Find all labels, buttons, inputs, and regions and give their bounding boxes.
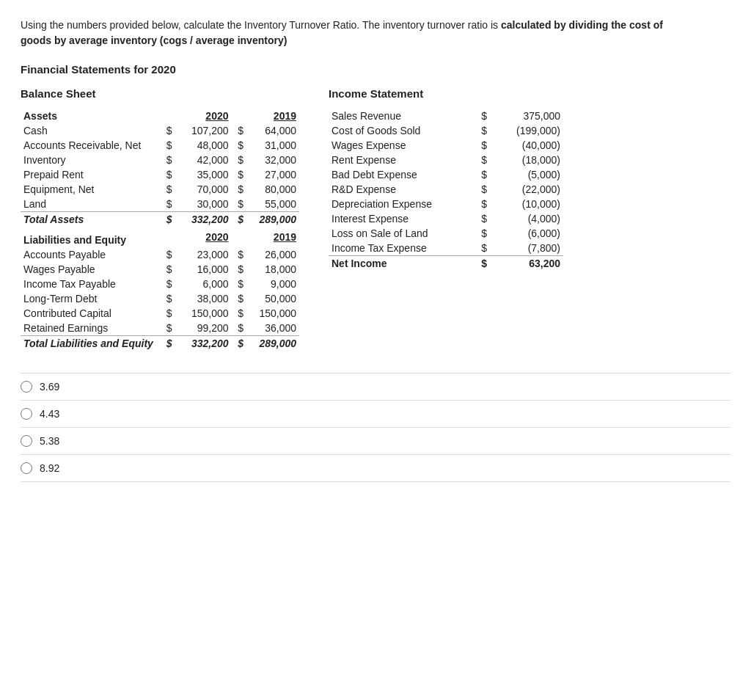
dollar-sign: $ — [160, 138, 175, 153]
total-liabilities-2020: 332,200 — [175, 336, 231, 351]
option-row: 8.92 — [21, 455, 730, 482]
radio-option-5.38[interactable] — [21, 435, 32, 447]
is-dollar: $ — [475, 182, 490, 197]
year-2020-header: 2020 — [175, 109, 231, 123]
is-dollar: $ — [475, 241, 490, 256]
total-liabilities-label: Total Liabilities and Equity — [21, 336, 160, 351]
liability-label: Contributed Capital — [21, 306, 160, 321]
asset-val-2020: 42,000 — [175, 153, 231, 167]
income-statement-title: Income Statement — [329, 87, 563, 100]
table-row: Wages Payable $ 16,000 $ 18,000 — [21, 262, 299, 277]
is-val: (10,000) — [490, 197, 563, 211]
dollar-sign: $ — [160, 182, 175, 197]
table-row: Income Tax Payable $ 6,000 $ 9,000 — [21, 277, 299, 291]
net-income-row: Net Income $ 63,200 — [329, 256, 563, 271]
liabilities-year-2020: 2020 — [175, 227, 231, 247]
option-row: 4.43 — [21, 401, 730, 428]
liability-val-2020: 23,000 — [175, 247, 231, 262]
table-row: Equipment, Net $ 70,000 $ 80,000 — [21, 182, 299, 197]
asset-label: Accounts Receivable, Net — [21, 138, 160, 153]
table-row: Depreciation Expense $ (10,000) — [329, 197, 563, 211]
is-val: (22,000) — [490, 182, 563, 197]
liabilities-year-2019: 2019 — [246, 227, 299, 247]
asset-val-2019: 27,000 — [246, 167, 299, 182]
liability-val-2019: 36,000 — [246, 321, 299, 336]
is-val: (7,800) — [490, 241, 563, 256]
table-row: Wages Expense $ (40,000) — [329, 138, 563, 153]
is-val: 375,000 — [490, 109, 563, 123]
table-row: Retained Earnings $ 99,200 $ 36,000 — [21, 321, 299, 336]
liability-label: Wages Payable — [21, 262, 160, 277]
is-label: Income Tax Expense — [329, 241, 475, 256]
asset-label: Prepaid Rent — [21, 167, 160, 182]
is-label: Depreciation Expense — [329, 197, 475, 211]
asset-val-2020: 30,000 — [175, 197, 231, 212]
table-row: Inventory $ 42,000 $ 32,000 — [21, 153, 299, 167]
is-val: (4,000) — [490, 211, 563, 226]
dollar-sign-2019: $ — [232, 167, 247, 182]
is-val: (40,000) — [490, 138, 563, 153]
table-row: Rent Expense $ (18,000) — [329, 153, 563, 167]
net-income-label: Net Income — [329, 256, 475, 271]
liability-val-2019: 26,000 — [246, 247, 299, 262]
dollar-sign-2019: $ — [232, 262, 247, 277]
asset-label: Equipment, Net — [21, 182, 160, 197]
is-label: Cost of Goods Sold — [329, 123, 475, 138]
table-row: Prepaid Rent $ 35,000 $ 27,000 — [21, 167, 299, 182]
assets-header: Assets — [21, 109, 160, 123]
asset-val-2019: 80,000 — [246, 182, 299, 197]
is-dollar: $ — [475, 138, 490, 153]
table-row: Contributed Capital $ 150,000 $ 150,000 — [21, 306, 299, 321]
is-label: Loss on Sale of Land — [329, 226, 475, 241]
radio-option-8.92[interactable] — [21, 462, 32, 474]
total-liabilities-row: Total Liabilities and Equity $ 332,200 $… — [21, 336, 299, 351]
is-dollar: $ — [475, 109, 490, 123]
is-val: (6,000) — [490, 226, 563, 241]
liability-val-2020: 16,000 — [175, 262, 231, 277]
answer-options: 3.69 4.43 5.38 8.92 — [21, 373, 730, 482]
is-label: Interest Expense — [329, 211, 475, 226]
is-dollar: $ — [475, 153, 490, 167]
liability-val-2019: 150,000 — [246, 306, 299, 321]
option-label-4.43[interactable]: 4.43 — [40, 408, 59, 420]
year-2019-header: 2019 — [246, 109, 299, 123]
net-income-val: 63,200 — [490, 256, 563, 271]
is-dollar: $ — [475, 197, 490, 211]
dollar-sign: $ — [160, 262, 175, 277]
asset-val-2020: 35,000 — [175, 167, 231, 182]
asset-val-2019: 31,000 — [246, 138, 299, 153]
is-label: Bad Debt Expense — [329, 167, 475, 182]
dollar-sign-2019: $ — [232, 321, 247, 336]
option-label-8.92[interactable]: 8.92 — [40, 462, 59, 474]
option-label-5.38[interactable]: 5.38 — [40, 435, 59, 447]
table-row: Accounts Receivable, Net $ 48,000 $ 31,0… — [21, 138, 299, 153]
statements-container: Balance Sheet Assets 2020 2019 Cash $ 10… — [21, 87, 730, 351]
asset-val-2020: 70,000 — [175, 182, 231, 197]
dollar-sign-2019: $ — [232, 182, 247, 197]
dollar-sign: $ — [160, 167, 175, 182]
is-label: Wages Expense — [329, 138, 475, 153]
dollar-sign: $ — [160, 291, 175, 306]
is-val: (18,000) — [490, 153, 563, 167]
table-row: Interest Expense $ (4,000) — [329, 211, 563, 226]
dollar-sign-2019: $ — [232, 277, 247, 291]
option-label-3.69[interactable]: 3.69 — [40, 381, 59, 393]
balance-sheet-title: Balance Sheet — [21, 87, 299, 100]
is-dollar: $ — [475, 226, 490, 241]
total-assets-2020: 332,200 — [175, 212, 231, 227]
is-dollar: $ — [475, 211, 490, 226]
radio-option-3.69[interactable] — [21, 381, 32, 393]
dollar-sign: $ — [160, 153, 175, 167]
is-val: (5,000) — [490, 167, 563, 182]
balance-sheet-table: Assets 2020 2019 Cash $ 107,200 $ 64,000… — [21, 109, 299, 351]
liability-label: Retained Earnings — [21, 321, 160, 336]
liabilities-header: Liabilities and Equity — [21, 227, 160, 247]
dollar-sign: $ — [160, 247, 175, 262]
radio-option-4.43[interactable] — [21, 408, 32, 420]
is-label: R&D Expense — [329, 182, 475, 197]
dollar-sign: $ — [160, 306, 175, 321]
table-row: Cash $ 107,200 $ 64,000 — [21, 123, 299, 138]
intro-text1: Using the numbers provided below, calcul… — [21, 19, 501, 31]
dollar-sign-2019: $ — [232, 123, 247, 138]
table-row: Land $ 30,000 $ 55,000 — [21, 197, 299, 212]
